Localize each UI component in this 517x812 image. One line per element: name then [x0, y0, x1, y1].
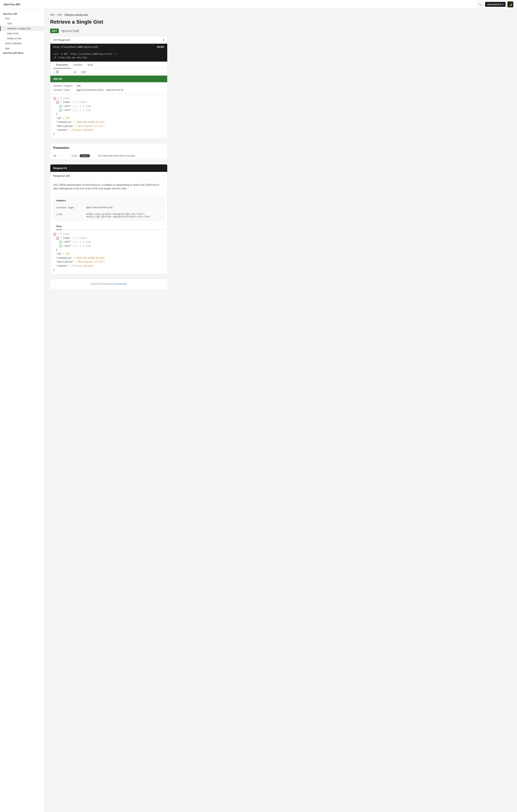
chevron-up-icon: ▾ — [163, 38, 164, 41]
environment-label: development — [487, 3, 501, 6]
body-json-desc-key: "description" : — [56, 260, 76, 264]
headers-key-content-type: Content-Type — [56, 206, 86, 209]
param-name-id: id — [61, 70, 76, 74]
footer-link[interactable]: Snowboard — [116, 283, 127, 285]
playground-header[interactable]: API Playground ▾ — [50, 36, 167, 44]
breadcrumb-gist-link-2[interactable]: Gist — [57, 13, 62, 16]
meta-val-length: 246 — [77, 84, 81, 88]
headers-row-link: Link <http://api.gistfox.com/gists/42>;r… — [54, 211, 164, 220]
json-expand-self[interactable]: + — [59, 105, 62, 108]
api-playground-card: API Playground ▾ http://localhost:8087/g… — [50, 36, 167, 139]
json-root-line: − { 5 items — [53, 96, 164, 100]
json-desc-key: "description" : — [56, 124, 76, 128]
json-links-line: − "_links" : { 2 items — [53, 100, 164, 104]
breadcrumb-sep-2: › — [63, 13, 63, 16]
body-json-self-key: "self" : — [63, 240, 74, 244]
body-json-star-key: "star" : — [63, 244, 74, 248]
meta-key-length: content-length: — [53, 84, 74, 88]
json-self-key: "self" : — [63, 104, 74, 109]
body-json-self-comment: {...} 1 item — [75, 240, 91, 244]
response-section-header: Response 200 − — [50, 172, 167, 180]
param-row-id: id 123 — [50, 68, 167, 76]
sidebar-item-gist-fox-api[interactable]: Gist Fox API — [0, 12, 44, 16]
breadcrumb: Gist › Gist › Retrieve a Single Gist — [50, 13, 167, 16]
body-json-content-line: "content" : "String contents" — [53, 264, 164, 268]
body-json-root-close: } — [53, 268, 164, 272]
main-content: Gist › Gist › Retrieve a Single Gist Ret… — [44, 9, 173, 812]
headers-val-content-type: application/hal+json — [86, 206, 161, 209]
body-json-expand-star[interactable]: + — [59, 245, 62, 248]
headers-section-title: Headers — [54, 197, 164, 204]
json-bracket-links-close: } — [56, 112, 58, 116]
theme-toggle-button[interactable]: 🌙 — [508, 1, 513, 7]
body-tab-body[interactable]: Body — [56, 223, 62, 230]
json-expand-star[interactable]: + — [59, 109, 62, 112]
json-star-comment: {...} 1 item — [75, 108, 91, 112]
json-collapse-links[interactable]: − — [56, 101, 59, 104]
body-json-expand-self[interactable]: + — [59, 241, 62, 243]
meta-row-length: content-length: 246 — [53, 84, 164, 88]
sidebar-item-retrieve-single-gist[interactable]: Retrieve a Single Gist — [0, 26, 44, 31]
json-content-val: "String contents" — [71, 128, 94, 132]
json-content-line: "content" : "String contents" — [53, 128, 164, 132]
body-json-created-key: "created_at" : — [56, 256, 75, 260]
param-value-id: 123 — [78, 70, 164, 74]
badge-type-string: string — [70, 154, 79, 157]
body-json-bracket-root-close: } — [53, 268, 55, 272]
sidebar-item-gist-fox-api-root[interactable]: Gist Fox API Root — [0, 51, 44, 55]
tab-body[interactable]: Body — [85, 62, 96, 68]
param-desc-id: ID of the Gist in the form of a hash. — [98, 154, 164, 157]
tab-parameters[interactable]: Parameters — [53, 62, 71, 68]
body-json-collapse-links[interactable]: − — [56, 237, 59, 239]
json-desc-line: "description" : "Description of Gist" — [53, 124, 164, 128]
breadcrumb-gist-link[interactable]: Gist — [50, 13, 54, 16]
breadcrumb-current: Retrieve a Single Gist — [64, 13, 88, 16]
body-json-links-key: "_links" : — [60, 236, 74, 240]
request-header: Request #1 — [50, 165, 167, 172]
parameters-section-title: Parameters — [50, 143, 167, 149]
environment-button[interactable]: development ▾ — [485, 2, 506, 7]
method-row: GET /gists/{id} — [50, 29, 167, 33]
json-self-comment: {...} 1 item — [75, 104, 91, 109]
search-button[interactable]: 🔍 — [477, 1, 483, 7]
json-content-key: "content" : — [56, 128, 71, 132]
body-tabs: Body — [53, 223, 164, 230]
body-json-desc-line: "description" : "Description of Gist" — [53, 260, 164, 264]
params-table-row-id: id string required ID of the Gist in the… — [50, 152, 167, 160]
json-root-close: } — [53, 132, 164, 136]
body-json-id-val: "42" — [65, 252, 70, 256]
response-meta: content-length: 246 content-type: applic… — [50, 82, 167, 94]
param-toggle-id[interactable] — [53, 70, 59, 74]
response-status: 200 OK — [50, 76, 167, 82]
json-id-line: "id" : "42" — [53, 116, 164, 120]
nav-right: 🔍 development ▾ 🌙 — [477, 1, 513, 7]
sidebar-item-gists-collection[interactable]: Gists Collection — [0, 41, 44, 46]
body-json-created-val: "2014-04-14T02:15:15Z" — [76, 256, 105, 260]
json-star-line: + "star" : {...} 1 item — [53, 108, 164, 112]
layout: Gist Fox API Gist Gist Retrieve a Single… — [0, 9, 517, 812]
tab-headers[interactable]: Headers — [71, 62, 85, 68]
method-badge: GET — [50, 29, 59, 33]
json-collapse-root[interactable]: − — [53, 97, 56, 100]
url-bar: http://localhost:8087/gists/123 SEND — [50, 44, 167, 50]
sidebar-item-star[interactable]: Star — [0, 46, 44, 51]
sidebar-item-gist[interactable]: Gist — [0, 21, 44, 26]
send-button[interactable]: SEND — [157, 46, 164, 48]
headers-val-link: <http://api.gistfox.com/gists/42>;rel="s… — [86, 213, 161, 218]
json-id-key: "id" : — [56, 116, 64, 120]
json-links-close: } — [53, 112, 164, 116]
collapse-icon[interactable]: − — [163, 174, 164, 177]
sidebar-item-delete-gist[interactable]: Delete a Gist — [0, 36, 44, 41]
headers-row-content-type: Content-Type application/hal+json — [54, 204, 164, 211]
json-links-key: "_links" : — [60, 100, 74, 104]
sidebar: Gist Fox API Gist Gist Retrieve a Single… — [0, 9, 44, 812]
sidebar-item-edit-gist[interactable]: Edit a Gist — [0, 31, 44, 36]
sidebar-item-gist-top[interactable]: Gist — [0, 16, 44, 21]
body-json-viewer: − { 5 items − "_links" : { 2 items + "se… — [50, 230, 167, 274]
chevron-down-icon: ▾ — [502, 3, 504, 6]
footer: Gist Fox API powered by Snowboard — [50, 279, 167, 289]
body-json-root-comment: { 5 items — [57, 232, 69, 236]
breadcrumb-sep-1: › — [56, 13, 56, 16]
headers-key-link: Link — [56, 213, 86, 218]
body-json-collapse-root[interactable]: − — [53, 233, 56, 235]
